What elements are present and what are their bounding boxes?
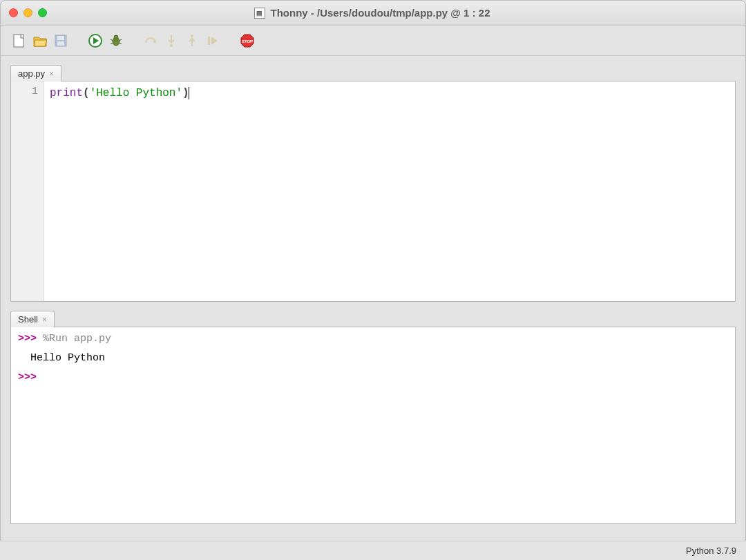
new-file-icon[interactable] bbox=[12, 33, 27, 48]
shell-body[interactable]: >>> %Run app.py Hello Python >>> bbox=[10, 327, 736, 524]
shell-tab-row: Shell × bbox=[10, 309, 736, 327]
status-bar: Python 3.7.9 bbox=[0, 541, 746, 560]
step-out-icon[interactable] bbox=[184, 33, 200, 48]
editor-body: 1 print('Hello Python') bbox=[10, 81, 736, 302]
tab-label: Shell bbox=[18, 314, 38, 325]
save-icon[interactable] bbox=[53, 33, 68, 48]
resume-icon[interactable] bbox=[205, 33, 220, 48]
tab-label: app.py bbox=[18, 68, 45, 79]
shell-prompt: >>> bbox=[18, 371, 37, 383]
step-into-icon[interactable] bbox=[164, 33, 179, 48]
stop-icon[interactable]: STOP bbox=[240, 33, 255, 48]
svg-point-6 bbox=[114, 35, 118, 39]
title-bar: ▤ Thonny - /Users/doudou/tmp/app.py @ 1 … bbox=[1, 1, 745, 26]
token-paren-open: ( bbox=[83, 87, 90, 99]
open-file-icon[interactable] bbox=[32, 33, 48, 48]
token-string: 'Hello Python' bbox=[90, 87, 182, 99]
app-file-icon: ▤ bbox=[254, 8, 265, 19]
token-function: print bbox=[50, 87, 83, 99]
close-window-button[interactable] bbox=[9, 8, 18, 17]
close-tab-icon[interactable]: × bbox=[49, 69, 54, 79]
svg-point-11 bbox=[170, 44, 173, 47]
line-number: 1 bbox=[11, 86, 38, 97]
fullscreen-window-button[interactable] bbox=[38, 8, 47, 17]
minimize-window-button[interactable] bbox=[23, 8, 32, 17]
svg-rect-2 bbox=[57, 36, 64, 40]
python-version-label[interactable]: Python 3.7.9 bbox=[686, 545, 736, 556]
tab-shell[interactable]: Shell × bbox=[10, 311, 55, 327]
window-title-area: ▤ Thonny - /Users/doudou/tmp/app.py @ 1 … bbox=[47, 7, 697, 19]
toolbar: STOP bbox=[1, 26, 745, 56]
shell-prompt: >>> bbox=[18, 333, 37, 345]
svg-rect-3 bbox=[57, 41, 64, 46]
step-over-icon[interactable] bbox=[143, 33, 158, 48]
shell-run-command: %Run app.py bbox=[43, 333, 111, 345]
tab-app-py[interactable]: app.py × bbox=[10, 65, 61, 81]
close-tab-icon[interactable]: × bbox=[42, 315, 47, 325]
svg-text:STOP: STOP bbox=[242, 39, 253, 44]
run-icon[interactable] bbox=[88, 33, 103, 48]
shell-line: >>> bbox=[18, 370, 728, 385]
shell-panel: Shell × >>> %Run app.py Hello Python >>> bbox=[10, 309, 736, 524]
text-cursor bbox=[189, 87, 190, 99]
window-title: Thonny - /Users/doudou/tmp/app.py @ 1 : … bbox=[271, 7, 490, 19]
svg-point-12 bbox=[191, 35, 193, 37]
svg-rect-13 bbox=[208, 37, 210, 45]
code-area[interactable]: print('Hello Python') bbox=[44, 81, 735, 301]
shell-line: >>> %Run app.py bbox=[18, 331, 728, 347]
traffic-lights bbox=[9, 8, 47, 17]
editor-tab-row: app.py × bbox=[10, 63, 736, 81]
editor-panel: app.py × 1 print('Hello Python') bbox=[10, 63, 736, 302]
line-gutter: 1 bbox=[11, 81, 44, 301]
debug-icon[interactable] bbox=[108, 33, 124, 48]
shell-output: Hello Python bbox=[18, 351, 728, 366]
